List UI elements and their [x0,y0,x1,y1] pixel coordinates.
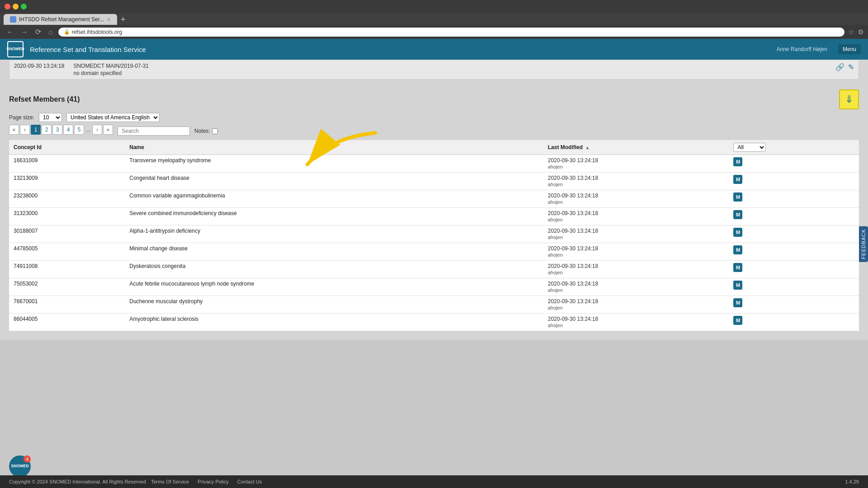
cell-name: Common variable agammaglobulinemia [125,190,543,208]
top-link-icon-1[interactable]: 🔗 [835,63,844,71]
m-badge-button[interactable]: M [733,245,742,254]
header-username: Anne Randorff Højen [776,46,827,52]
traffic-lights [5,4,27,9]
new-tab-button[interactable]: + [117,15,129,24]
star-icon[interactable]: ☆ [848,28,854,36]
cell-name: Amyotrophic lateral sclerosis [125,314,543,331]
cell-name: Congenital heart disease [125,173,543,190]
m-badge-button[interactable]: M [733,210,742,219]
cell-user: ahojen [548,182,563,187]
cell-m-badge-wrapper: M [729,190,859,208]
section-title: Refset Members (41) [9,95,80,103]
first-page-button[interactable]: « [9,125,19,135]
cell-name: Minimal change disease [125,243,543,261]
m-badge-button[interactable]: M [733,263,742,272]
m-badge-button[interactable]: M [733,281,742,290]
app-header: SNOMED Reference Set and Translation Ser… [0,39,868,60]
members-table: Concept Id Name Last Modified ▲ All Acti… [9,140,859,331]
header-menu-button[interactable]: Menu [838,44,861,54]
cell-concept-id: 30188007 [9,225,125,243]
filter-select[interactable]: All Active Inactive [733,143,766,152]
download-button[interactable]: ⇓ [839,89,859,109]
cell-last-modified: 2020-09-30 13:24:18 ahojen [543,173,729,190]
page-4-button[interactable]: 4 [63,125,73,135]
page-1-button[interactable]: 1 [31,125,41,135]
page-size-select[interactable]: 10 25 50 100 [39,113,62,122]
cell-user: ahojen [548,305,563,310]
tab-close-icon[interactable]: ✕ [107,17,111,23]
cell-m-badge-wrapper: M [729,173,859,190]
next-page-button[interactable]: › [92,125,102,135]
cell-m-badge-wrapper: M [729,155,859,173]
cell-last-modified: 2020-09-30 13:24:18 ahojen [543,208,729,225]
cell-concept-id: 86044005 [9,314,125,331]
table-row: 31323000 Severe combined immunodeficienc… [9,208,859,225]
page-2-button[interactable]: 2 [42,125,52,135]
ssl-lock-icon: 🔒 [64,29,70,35]
maximize-window-btn[interactable] [21,4,27,9]
browser-tab[interactable]: IHTSDO Refset Management Ser... ✕ [4,14,117,25]
page-3-button[interactable]: 3 [52,125,62,135]
m-badge-button[interactable]: M [733,298,742,307]
top-partial-domain: no domain specified [73,70,149,76]
controls-row: Page size: 10 25 50 100 United States of… [9,113,859,122]
cell-concept-id: 44785005 [9,243,125,261]
cell-user: ahojen [548,199,563,205]
cell-concept-id: 31323000 [9,208,125,225]
language-select[interactable]: United States of America English Great B… [66,113,160,122]
search-input[interactable] [118,127,190,136]
top-partial-card: 2020-09-30 13:24:18 SNOMEDCT MAIN/2019-0… [9,60,859,80]
m-badge-button[interactable]: M [733,175,742,184]
cell-name: Acute febrile mucocutaneous lymph node s… [125,278,543,296]
page-dots: ... [85,127,91,133]
cell-last-modified: 2020-09-30 13:24:18 ahojen [543,278,729,296]
home-button[interactable]: ⌂ [47,27,55,37]
cell-m-badge-wrapper: M [729,208,859,225]
cell-last-modified: 2020-09-30 13:24:18 ahojen [543,155,729,173]
m-badge-button[interactable]: M [733,228,742,237]
page-5-button[interactable]: 5 [74,125,84,135]
extensions-icon[interactable]: ⚙ [858,28,863,36]
cell-last-modified: 2020-09-30 13:24:18 ahojen [543,314,729,331]
cell-name: Dyskeratosis congenita [125,261,543,278]
cell-user: ahojen [548,323,563,328]
back-button[interactable]: ← [5,27,15,37]
cell-m-badge-wrapper: M [729,278,859,296]
table-row: 23238000 Common variable agammaglobuline… [9,190,859,208]
top-link-icon-2[interactable]: ✎ [848,63,854,71]
m-badge-button[interactable]: M [733,316,742,325]
cell-name: Alpha-1-antitrypsin deficiency [125,225,543,243]
table-row: 75053002 Acute febrile mucocutaneous lym… [9,278,859,296]
m-badge-button[interactable]: M [733,192,742,202]
tab-bar: IHTSDO Refset Management Ser... ✕ + [0,13,868,25]
table-row: 74911008 Dyskeratosis congenita 2020-09-… [9,261,859,278]
col-last-modified[interactable]: Last Modified ▲ [543,140,729,155]
tab-favicon [10,16,16,23]
reload-button[interactable]: ⟳ [33,27,43,37]
download-btn-wrapper: ⇓ [839,89,859,109]
cell-user: ahojen [548,270,563,275]
cell-m-badge-wrapper: M [729,261,859,278]
minimize-window-btn[interactable] [13,4,19,9]
last-page-button[interactable]: » [103,125,113,135]
app-title: Reference Set and Translation Service [30,46,770,53]
url-text: refset.ihtsdotools.org [72,29,122,35]
forward-button[interactable]: → [19,27,30,37]
notes-checkbox[interactable] [212,128,218,134]
top-partial-date: 2020-09-30 13:24:18 [14,63,64,69]
address-bar[interactable]: 🔒 refset.ihtsdotools.org [58,28,844,37]
cell-concept-id: 75053002 [9,278,125,296]
tab-title: IHTSDO Refset Management Ser... [19,16,104,23]
address-bar-row: ← → ⟳ ⌂ 🔒 refset.ihtsdotools.org ☆ ⚙ [0,25,868,39]
cell-concept-id: 76670001 [9,296,125,314]
cell-last-modified: 2020-09-30 13:24:18 ahojen [543,261,729,278]
feedback-tab[interactable]: FEEDBACK [859,226,868,262]
m-badge-button[interactable]: M [733,157,742,166]
close-window-btn[interactable] [5,4,10,9]
page-size-label: Page size: [9,114,34,121]
top-partial-icons: 🔗 ✎ [835,63,854,71]
cell-concept-id: 13213009 [9,173,125,190]
cell-last-modified: 2020-09-30 13:24:18 ahojen [543,296,729,314]
top-partial-edition-col: SNOMEDCT MAIN/2019-07-31 no domain speci… [73,63,149,76]
prev-page-button[interactable]: ‹ [20,125,30,135]
